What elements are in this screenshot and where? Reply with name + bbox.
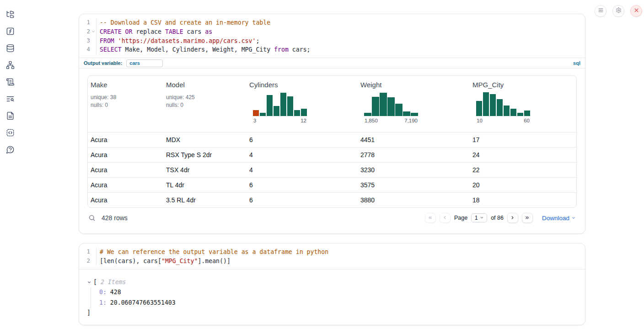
histogram-bar <box>504 106 510 116</box>
histogram-bar <box>476 101 482 116</box>
table-row[interactable]: AcuraTL 4dr6357520 <box>88 177 576 192</box>
column-header-weight[interactable]: Weight1,8507,190 <box>358 81 470 129</box>
sidebar-item-help[interactable] <box>5 146 15 155</box>
last-page-button[interactable] <box>522 213 533 223</box>
table-cell: 20 <box>470 181 576 189</box>
column-header-make[interactable]: Makeunique: 38nulls: 0 <box>88 81 163 129</box>
chevron-left-icon <box>442 214 447 222</box>
histogram-bar <box>403 111 410 116</box>
sidebar-item-logs[interactable] <box>5 95 15 104</box>
chevron-down-icon <box>480 215 484 221</box>
axis-min-label: 1,850 <box>365 118 378 123</box>
column-histogram[interactable]: 1,8507,190 <box>364 92 418 123</box>
axis-max-label: 7,190 <box>404 118 418 123</box>
histogram-bar <box>301 109 307 116</box>
page-total-label: of 86 <box>491 215 504 221</box>
code-text: CREATE OR replace TABLE cars as <box>97 27 212 37</box>
table-cell: MDX <box>163 136 247 143</box>
settings-button[interactable] <box>612 5 624 17</box>
histogram-bar <box>497 99 503 116</box>
table-cell: 22 <box>470 166 576 174</box>
histogram-bar <box>380 93 387 116</box>
next-page-button[interactable] <box>507 213 518 223</box>
table-cell: 18 <box>470 196 576 204</box>
sidebar-item-datasources[interactable] <box>5 44 15 53</box>
page-select[interactable]: 1 <box>471 213 487 222</box>
table-body: AcuraMDX6445117AcuraRSX Type S 2dr427782… <box>88 132 576 207</box>
open-bracket: [ <box>93 277 97 288</box>
table-cell: 6 <box>247 181 358 189</box>
fold-spacer <box>90 37 96 46</box>
shutdown-button[interactable] <box>630 5 642 17</box>
code-line: 2[len(cars), cars["MPG_City"].mean()] <box>79 257 585 266</box>
menu-button[interactable] <box>595 5 606 17</box>
histogram-bar <box>387 97 395 116</box>
sidebar-item-variables[interactable] <box>5 27 15 37</box>
line-number: 2 <box>79 257 90 266</box>
histogram-bar <box>510 109 516 116</box>
table-cell: 3880 <box>358 196 470 204</box>
scroll-icon <box>6 78 15 88</box>
table-cell: TL 4dr <box>163 181 247 189</box>
fold-spacer <box>90 45 96 54</box>
data-table: Makeunique: 38nulls: 0Modelunique: 425nu… <box>87 75 577 208</box>
sql-code-editor[interactable]: 1-- Download a CSV and create an in-memo… <box>79 14 585 58</box>
table-row[interactable]: AcuraRSX Type S 2dr4277824 <box>88 147 576 162</box>
code-text: SELECT Make, Model, Cylinders, Weight, M… <box>97 45 311 54</box>
file-text-icon <box>6 111 15 122</box>
sidebar-item-file-explorer[interactable] <box>5 11 15 20</box>
table-header: Makeunique: 38nulls: 0Modelunique: 425nu… <box>88 76 576 132</box>
sidebar-item-dependency-graph[interactable] <box>5 61 15 70</box>
column-title: Model <box>166 81 244 89</box>
output-variable-strip: Output variable: sql <box>79 58 585 69</box>
column-title: Make <box>91 81 161 89</box>
json-entries: 0: 4281: 20.060747663551403 <box>91 287 585 308</box>
code-line: 4SELECT Make, Model, Cylinders, Weight, … <box>79 45 585 54</box>
collapse-chevron-icon[interactable] <box>87 280 93 285</box>
axis-max-label: 12 <box>301 118 306 123</box>
first-page-button[interactable] <box>425 213 436 223</box>
table-cell: 3.5 RL 4dr <box>163 196 247 204</box>
histogram-bar <box>294 110 300 116</box>
sidebar-item-snippets[interactable] <box>5 129 15 138</box>
fold-spacer <box>90 248 96 257</box>
code-line: 2CREATE OR replace TABLE cars as <box>79 27 585 37</box>
table-cell: Acura <box>88 181 163 189</box>
histogram-bar <box>364 113 371 116</box>
table-cell: 4 <box>247 166 358 174</box>
table-row[interactable]: Acura3.5 RL 4dr6388018 <box>88 192 576 207</box>
items-count-label: 2 Items <box>101 277 126 288</box>
sidebar-item-scratchpad[interactable] <box>5 78 15 87</box>
column-histogram[interactable]: 1060 <box>476 92 530 123</box>
fold-chevron-icon[interactable] <box>90 27 96 37</box>
column-stats: unique: 425nulls: 0 <box>166 94 244 109</box>
gutter: 2 <box>79 257 97 266</box>
histogram-bar <box>517 113 523 116</box>
table-row[interactable]: AcuraTSX 4dr4323022 <box>88 162 576 177</box>
histogram-axis: 1060 <box>476 118 530 123</box>
search-icon[interactable] <box>88 214 96 222</box>
help-bubble-icon <box>6 145 15 156</box>
function-icon <box>6 27 15 37</box>
sidebar-item-documentation[interactable] <box>5 112 15 121</box>
code-line: 3FROM 'https://datasets.marimo.app/cars.… <box>79 37 585 46</box>
column-header-model[interactable]: Modelunique: 425nulls: 0 <box>163 81 247 129</box>
network-icon <box>6 61 15 71</box>
fold-spacer <box>90 18 96 27</box>
hamburger-icon <box>598 7 604 15</box>
download-button[interactable]: Download <box>542 215 576 222</box>
axis-min-label: 3 <box>253 118 256 123</box>
table-cell: Acura <box>88 136 163 143</box>
table-row[interactable]: AcuraMDX6445117 <box>88 132 576 147</box>
prev-page-button[interactable] <box>440 213 451 223</box>
folder-tree-icon <box>6 10 15 21</box>
output-variable-input[interactable] <box>126 59 163 67</box>
column-header-cylinders[interactable]: Cylinders312 <box>247 81 358 129</box>
histogram-bar <box>524 111 530 116</box>
column-header-mpg_city[interactable]: MPG_City1060 <box>470 81 576 129</box>
python-code-editor[interactable]: 1# We can reference the output variable … <box>79 243 585 269</box>
code-snippet-icon <box>6 128 15 139</box>
histogram-bar <box>274 106 279 116</box>
histogram-bars <box>364 92 418 116</box>
column-histogram[interactable]: 312 <box>253 92 307 123</box>
